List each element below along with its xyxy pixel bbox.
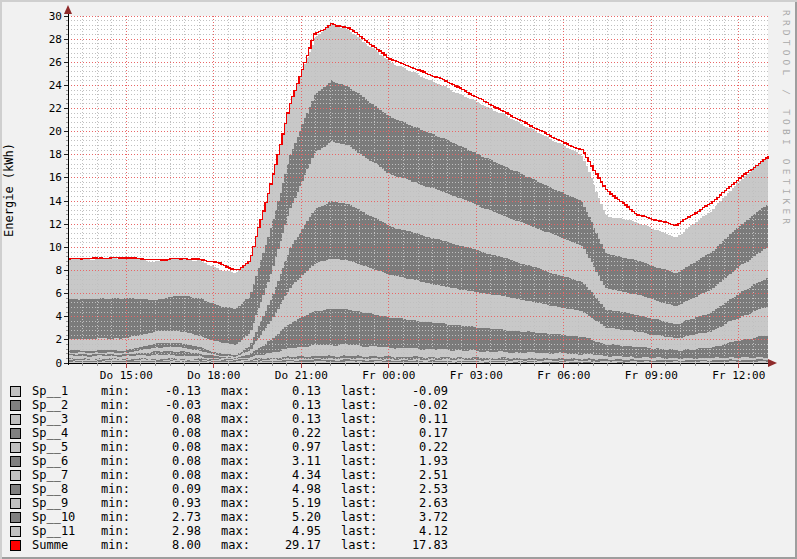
legend-min-value: 8.00 <box>130 538 201 552</box>
legend-min-key: min: <box>101 426 130 440</box>
legend-min-key: min: <box>101 454 130 468</box>
legend-last-key: last: <box>341 538 377 552</box>
legend-max-value: 5.19 <box>250 496 321 510</box>
legend-max-key: max: <box>221 454 250 468</box>
legend-min-value: -0.13 <box>130 384 201 398</box>
legend-last-value: -0.09 <box>377 384 448 398</box>
x-axis-arrow-icon <box>768 359 777 367</box>
legend-min-value: 0.93 <box>130 496 201 510</box>
y-tick-label: 8 <box>55 264 62 277</box>
legend-series-name: Sp__1 <box>32 384 101 398</box>
y-axis-title: Energie (kWh) <box>2 143 16 237</box>
legend-row-sp__10: Sp__10min:2.73max:5.20last:3.72 <box>0 510 797 524</box>
legend-row-sp__8: Sp__8min:0.09max:4.98last:2.53 <box>0 482 797 496</box>
legend-swatch <box>10 414 21 425</box>
legend: Sp__1min:-0.13max:0.13last:-0.09Sp__2min… <box>0 384 797 552</box>
legend-max-key: max: <box>221 524 250 538</box>
legend-last-value: 1.93 <box>377 454 448 468</box>
legend-last-value: 0.11 <box>377 412 448 426</box>
legend-last-value: 2.63 <box>377 496 448 510</box>
legend-last-value: 0.17 <box>377 426 448 440</box>
legend-min-key: min: <box>101 496 130 510</box>
legend-swatch <box>10 456 21 467</box>
legend-last-key: last: <box>341 510 377 524</box>
legend-row-sp__6: Sp__6min:0.08max:3.11last:1.93 <box>0 454 797 468</box>
legend-swatch <box>10 400 21 411</box>
legend-max-key: max: <box>221 496 250 510</box>
legend-max-value: 5.20 <box>250 510 321 524</box>
legend-series-name: Sp__10 <box>32 510 101 524</box>
legend-min-value: 0.08 <box>130 440 201 454</box>
legend-max-value: 4.98 <box>250 482 321 496</box>
x-tick-label: Fr 06:00 <box>537 369 590 382</box>
y-tick-label: 18 <box>49 148 62 161</box>
legend-min-key: min: <box>101 398 130 412</box>
x-tick-label: Fr 03:00 <box>450 369 503 382</box>
legend-min-value: 0.09 <box>130 482 201 496</box>
rrd-graph: 024681012141618202224262830Do 15:00Do 18… <box>0 0 797 559</box>
legend-last-value: 4.12 <box>377 524 448 538</box>
legend-last-key: last: <box>341 454 377 468</box>
x-tick-label: Do 21:00 <box>275 369 328 382</box>
y-tick-label: 2 <box>55 333 62 346</box>
x-tick-label: Fr 12:00 <box>712 369 765 382</box>
legend-min-value: 2.98 <box>130 524 201 538</box>
legend-max-value: 0.22 <box>250 426 321 440</box>
legend-max-value: 29.17 <box>250 538 321 552</box>
legend-last-key: last: <box>341 496 377 510</box>
legend-last-key: last: <box>341 398 377 412</box>
y-tick-label: 22 <box>49 102 62 115</box>
legend-min-value: 0.08 <box>130 412 201 426</box>
legend-max-value: 3.11 <box>250 454 321 468</box>
legend-max-key: max: <box>221 384 250 398</box>
x-tick-label: Do 15:00 <box>100 369 153 382</box>
legend-last-key: last: <box>341 412 377 426</box>
y-tick-label: 30 <box>49 10 62 23</box>
legend-max-key: max: <box>221 440 250 454</box>
legend-series-name: Summe <box>32 538 101 552</box>
legend-min-value: 2.73 <box>130 510 201 524</box>
y-tick-label: 14 <box>49 195 63 208</box>
legend-max-key: max: <box>221 398 250 412</box>
watermark: RRDTOOL / TOBI OETIKER <box>781 10 792 228</box>
y-tick-label: 24 <box>49 79 63 92</box>
legend-min-key: min: <box>101 524 130 538</box>
legend-last-key: last: <box>341 524 377 538</box>
legend-swatch <box>10 386 21 397</box>
y-tick-label: 16 <box>49 171 62 184</box>
legend-max-key: max: <box>221 426 250 440</box>
legend-last-key: last: <box>341 426 377 440</box>
y-tick-label: 26 <box>49 56 62 69</box>
legend-last-value: 3.72 <box>377 510 448 524</box>
legend-row-summe: Summemin:8.00max:29.17last:17.83 <box>0 538 797 552</box>
legend-min-value: 0.08 <box>130 468 201 482</box>
legend-last-key: last: <box>341 440 377 454</box>
legend-max-value: 0.13 <box>250 384 321 398</box>
legend-row-sp__1: Sp__1min:-0.13max:0.13last:-0.09 <box>0 384 797 398</box>
legend-max-key: max: <box>221 538 250 552</box>
legend-last-value: -0.02 <box>377 398 448 412</box>
legend-swatch <box>10 428 21 439</box>
legend-series-name: Sp__9 <box>32 496 101 510</box>
legend-min-key: min: <box>101 468 130 482</box>
legend-series-name: Sp__4 <box>32 426 101 440</box>
legend-row-sp__4: Sp__4min:0.08max:0.22last:0.17 <box>0 426 797 440</box>
y-tick-label: 10 <box>49 241 62 254</box>
legend-min-value: 0.08 <box>130 454 201 468</box>
legend-series-name: Sp__3 <box>32 412 101 426</box>
legend-last-key: last: <box>341 384 377 398</box>
legend-last-value: 2.51 <box>377 468 448 482</box>
legend-series-name: Sp__5 <box>32 440 101 454</box>
legend-row-sp__3: Sp__3min:0.08max:0.13last:0.11 <box>0 412 797 426</box>
legend-row-sp__5: Sp__5min:0.08max:0.97last:0.22 <box>0 440 797 454</box>
y-tick-label: 28 <box>49 33 62 46</box>
legend-series-name: Sp__11 <box>32 524 101 538</box>
legend-max-value: 4.95 <box>250 524 321 538</box>
y-tick-label: 12 <box>49 218 62 231</box>
legend-series-name: Sp__6 <box>32 454 101 468</box>
legend-swatch <box>10 442 21 453</box>
legend-row-sp__9: Sp__9min:0.93max:5.19last:2.63 <box>0 496 797 510</box>
legend-last-value: 17.83 <box>377 538 448 552</box>
legend-max-value: 0.13 <box>250 398 321 412</box>
y-axis-arrow-icon <box>64 5 72 14</box>
